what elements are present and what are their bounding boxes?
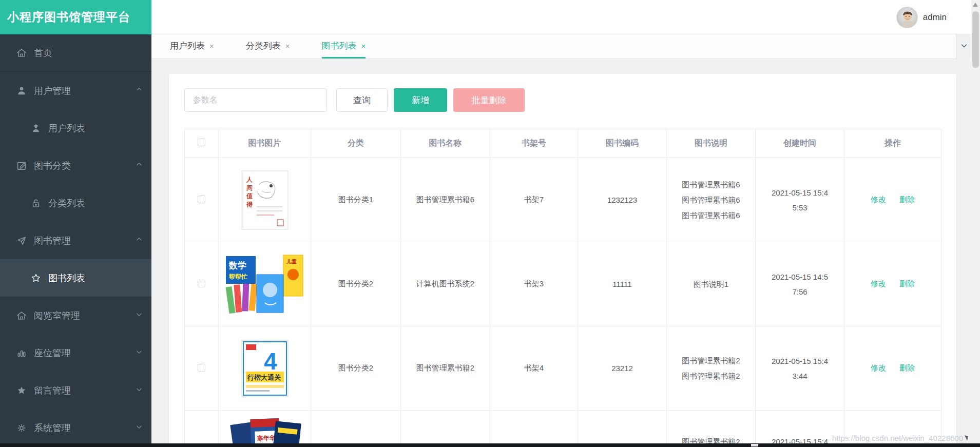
chevron-down-icon [135, 422, 143, 433]
cell-operations: 修改 删除 [844, 242, 941, 326]
book-table: 图书图片 分类 图书名称 书架号 图书编码 图书说明 创建时间 操作 人 间 [184, 129, 941, 443]
column-header: 图书名称 [401, 129, 490, 158]
bottom-bar [0, 443, 980, 447]
tab-label: 用户列表 [170, 40, 205, 52]
svg-text:儿童: 儿童 [286, 259, 297, 264]
sidebar-item-label: 用户列表 [48, 122, 85, 134]
column-header: 图书编码 [578, 129, 667, 158]
sidebar-item-book-list[interactable]: 图书列表 [0, 259, 151, 297]
sidebar-item-category-list[interactable]: 分类列表 [0, 184, 151, 222]
chevron-up-icon [135, 235, 143, 246]
sidebar-item-user-management[interactable]: 用户管理 [0, 72, 151, 109]
table-row: 儿童 数学 帮帮忙 图书分类2 计算机图书系统2 书架3 [185, 242, 941, 326]
sidebar-item-label: 用户管理 [34, 85, 71, 97]
username-label: admin [923, 12, 947, 23]
edit-link[interactable]: 修改 [871, 363, 886, 372]
avatar [896, 7, 918, 28]
svg-text:值: 值 [246, 192, 253, 200]
bar-chart-icon [15, 347, 28, 359]
tab-label: 图书列表 [322, 40, 357, 52]
column-header: 操作 [844, 129, 941, 158]
tab-bar: 用户列表 × 分类列表 × 图书列表 × [151, 34, 971, 59]
gear-icon [15, 422, 28, 434]
sidebar-item-user-list[interactable]: 用户列表 [0, 109, 151, 147]
row-checkbox[interactable] [198, 196, 205, 203]
cell-operations: 修改 删除 [844, 158, 941, 242]
tab-user-list[interactable]: 用户列表 × [170, 34, 214, 59]
sidebar-item-label: 座位管理 [34, 347, 71, 359]
sidebar-item-system-management[interactable]: 系统管理 [0, 409, 151, 446]
book-cover-image: 人 间 值 得 [219, 170, 311, 230]
app-logo-title: 小程序图书馆管理平台 [0, 0, 151, 34]
bottom-bar-chip [751, 444, 758, 446]
cell-name: 计算机图书系统2 [401, 242, 490, 326]
cell-description: 图书管理累书籍2 图书管理累书籍2 [667, 353, 755, 384]
sidebar-item-book-management[interactable]: 图书管理 [0, 222, 151, 259]
cell-category: 图书分类2 [311, 326, 401, 411]
row-checkbox[interactable] [198, 364, 205, 372]
cell-shelf: 书架3 [490, 242, 578, 326]
cell-category [311, 411, 401, 444]
column-header: 书架号 [490, 129, 578, 158]
svg-text:4: 4 [264, 348, 277, 375]
cell-shelf: 书架4 [490, 326, 578, 411]
tab-label: 分类列表 [246, 40, 281, 52]
home-icon [15, 309, 28, 322]
svg-text:间: 间 [246, 184, 253, 191]
svg-text:寒年华: 寒年华 [257, 434, 276, 442]
edit-link[interactable]: 修改 [871, 279, 886, 288]
book-cover-image: 儿童 数学 帮帮忙 [219, 254, 311, 315]
cell-description: 图书管理累书籍2 [667, 411, 755, 443]
column-header: 创建时间 [756, 129, 844, 158]
sidebar-item-book-category[interactable]: 图书分类 [0, 147, 151, 184]
chevron-down-icon [959, 41, 969, 52]
scroll-up-arrow-icon[interactable] [973, 3, 978, 7]
vertical-scrollbar[interactable] [971, 0, 980, 447]
sidebar-item-label: 留言管理 [34, 384, 71, 397]
chevron-down-icon [135, 385, 143, 396]
main-content: 查询 新增 批量删除 图书图片 分类 图书名称 书架号 图书编码 图书说明 创建… [151, 59, 971, 443]
tab-book-list[interactable]: 图书列表 × [322, 34, 366, 59]
cell-created-time: 2021-05-15 15:4 [771, 411, 829, 443]
sidebar-item-message-management[interactable]: 留言管理 [0, 372, 151, 409]
user-menu[interactable]: admin [896, 0, 947, 34]
query-button[interactable]: 查询 [336, 88, 388, 112]
lock-icon [30, 197, 42, 209]
chevron-up-icon [135, 85, 143, 96]
svg-text:人: 人 [246, 176, 253, 183]
table-row: 4 行楷大通关 图书分类2 图书管理累书籍2 书架4 23212 图书管理累书籍… [185, 326, 941, 411]
send-icon [15, 235, 28, 247]
search-input[interactable] [184, 88, 327, 112]
sidebar-item-label: 图书分类 [34, 160, 71, 172]
chevron-down-icon [135, 310, 143, 321]
sidebar-item-home[interactable]: 首页 [0, 34, 151, 72]
row-checkbox[interactable] [198, 280, 205, 287]
scrollbar-thumb[interactable] [972, 11, 979, 68]
sidebar-item-label: 首页 [34, 47, 52, 59]
close-icon[interactable]: × [285, 42, 290, 50]
table-row: 寒年华 图书管理累书籍2 2021-05-15 15:4 [185, 411, 941, 444]
svg-text:行楷大通关: 行楷大通关 [247, 374, 281, 381]
close-icon[interactable]: × [209, 42, 214, 50]
close-icon[interactable]: × [361, 42, 366, 50]
delete-link[interactable]: 删除 [899, 195, 915, 204]
delete-link[interactable]: 删除 [899, 363, 915, 372]
batch-delete-button[interactable]: 批量删除 [453, 88, 525, 112]
sidebar-item-reading-room[interactable]: 阅览室管理 [0, 297, 151, 334]
tab-category-list[interactable]: 分类列表 × [246, 34, 290, 59]
sidebar-item-label: 阅览室管理 [34, 309, 80, 322]
sidebar: 小程序图书馆管理平台 首页 用户管理 用户列表 图书分类 [0, 0, 151, 447]
cell-name: 图书管理累书籍2 [401, 326, 490, 411]
edit-link[interactable]: 修改 [871, 195, 886, 204]
add-button[interactable]: 新增 [394, 88, 447, 112]
cell-description: 图书说明1 [667, 277, 755, 292]
table-header-row: 图书图片 分类 图书名称 书架号 图书编码 图书说明 创建时间 操作 [185, 129, 941, 158]
chevron-down-icon [135, 347, 143, 358]
delete-link[interactable]: 删除 [899, 279, 915, 288]
tab-overflow-button[interactable] [956, 34, 971, 59]
sidebar-menu: 首页 用户管理 用户列表 图书分类 分类列表 [0, 34, 151, 446]
column-header: 图书图片 [219, 129, 311, 158]
select-all-checkbox[interactable] [198, 139, 205, 146]
cell-name: 图书管理累书籍6 [401, 158, 490, 242]
sidebar-item-seat-management[interactable]: 座位管理 [0, 334, 151, 372]
